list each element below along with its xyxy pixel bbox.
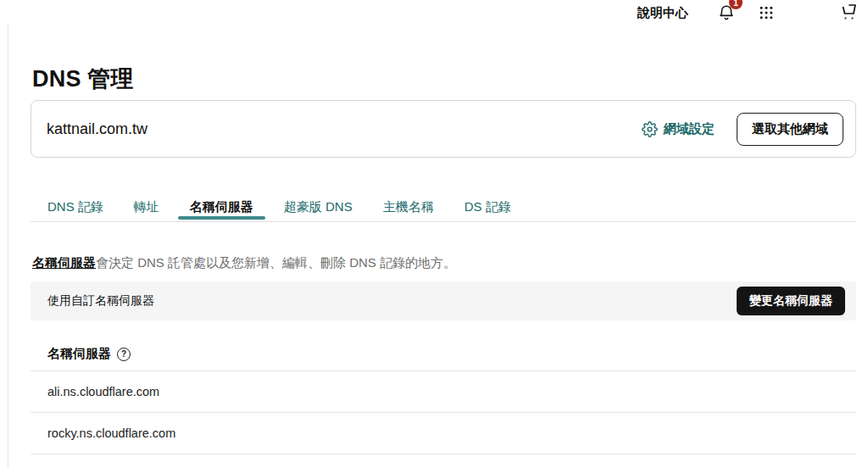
nameserver-list-header-row: 名稱伺服器 ? bbox=[31, 337, 856, 371]
nameserver-row: ali.ns.cloudflare.com bbox=[31, 371, 856, 413]
nameserver-row: rocky.ns.cloudflare.com bbox=[31, 413, 856, 454]
domain-card: kattnail.com.tw 網域設定 選取其他網域 bbox=[31, 100, 856, 158]
nameserver-description-text: 會決定 DNS 託管處以及您新增、編輯、刪除 DNS 記錄的地方。 bbox=[96, 255, 456, 270]
cart-button[interactable] bbox=[837, 3, 858, 23]
tab-premium-dns[interactable]: 超豪版 DNS bbox=[284, 194, 353, 215]
nameserver-value: ali.ns.cloudflare.com bbox=[47, 385, 159, 398]
custom-nameserver-bar: 使用自訂名稱伺服器 變更名稱伺服器 bbox=[31, 281, 856, 320]
help-center-link[interactable]: 說明中心 bbox=[637, 5, 688, 21]
sidebar-edge-divider bbox=[8, 24, 8, 468]
notification-badge: 1 bbox=[729, 0, 743, 9]
apps-grid-icon bbox=[758, 4, 775, 21]
nameserver-list-header: 名稱伺服器 bbox=[47, 346, 111, 362]
cart-icon bbox=[837, 3, 858, 23]
select-other-domain-button[interactable]: 選取其他網域 bbox=[737, 113, 843, 146]
custom-nameserver-label: 使用自訂名稱伺服器 bbox=[47, 293, 154, 309]
domain-name: kattnail.com.tw bbox=[47, 120, 147, 138]
change-nameservers-button[interactable]: 變更名稱伺服器 bbox=[737, 287, 845, 315]
help-question-icon[interactable]: ? bbox=[117, 348, 131, 361]
page-title: DNS 管理 bbox=[32, 64, 134, 94]
apps-menu-button[interactable] bbox=[758, 4, 775, 21]
dns-tabs: DNS 記錄 轉址 名稱伺服器 超豪版 DNS 主機名稱 DS 記錄 bbox=[31, 194, 856, 222]
tab-dns-records[interactable]: DNS 記錄 bbox=[47, 194, 103, 215]
nameserver-value: rocky.ns.cloudflare.com bbox=[47, 426, 175, 440]
tab-nameservers[interactable]: 名稱伺服器 bbox=[190, 194, 253, 215]
nameserver-description: 名稱伺服器會決定 DNS 託管處以及您新增、編輯、刪除 DNS 記錄的地方。 bbox=[32, 255, 456, 271]
topbar: 說明中心 1 bbox=[637, 0, 858, 25]
notifications-button[interactable]: 1 bbox=[717, 3, 736, 22]
tab-hostnames[interactable]: 主機名稱 bbox=[383, 194, 434, 215]
tab-ds-records[interactable]: DS 記錄 bbox=[465, 194, 511, 215]
gear-icon bbox=[642, 121, 658, 137]
nameserver-description-link[interactable]: 名稱伺服器 bbox=[32, 255, 96, 270]
domain-settings-label: 網域設定 bbox=[664, 121, 715, 137]
domain-settings-link[interactable]: 網域設定 bbox=[642, 121, 715, 137]
tab-forwarding[interactable]: 轉址 bbox=[134, 194, 159, 215]
